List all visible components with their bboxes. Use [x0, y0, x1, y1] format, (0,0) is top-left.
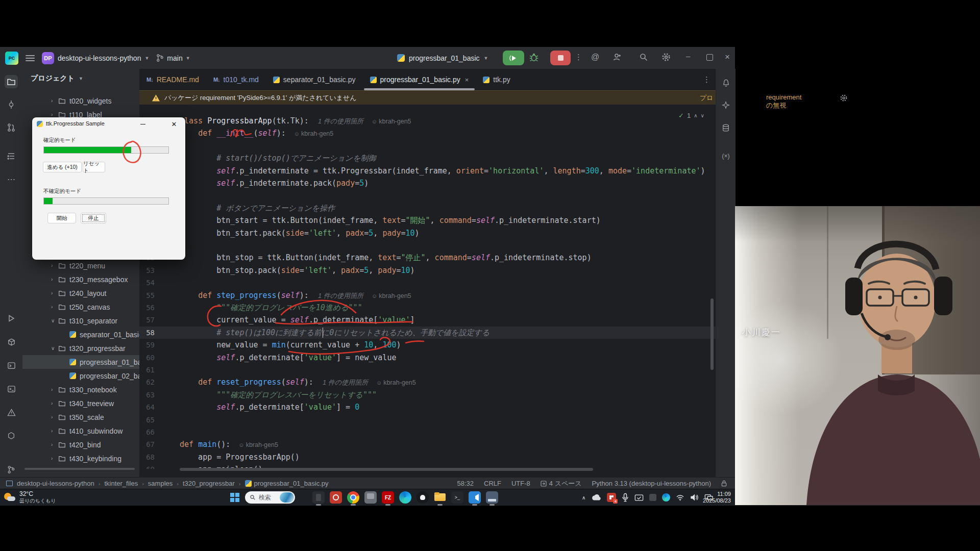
ai-assistant-button[interactable]: [719, 98, 732, 112]
chevron-icon[interactable]: ›: [51, 428, 58, 434]
taskbar-app-recorder[interactable]: [486, 491, 498, 504]
editor-line-60[interactable]: 60 self.p_determinate['value'] = new_val…: [139, 352, 716, 364]
chevron-icon[interactable]: ›: [51, 277, 58, 282]
editor-line-59[interactable]: 59 new_value = min(current_value + 10, 1…: [139, 339, 716, 351]
taskbar-app-phonelink[interactable]: [312, 491, 325, 504]
chevron-icon[interactable]: ›: [51, 112, 58, 117]
inspections-widget[interactable]: ✓ 1 ∧ ∨: [678, 112, 704, 119]
code-with-me-button[interactable]: @: [591, 53, 599, 62]
panel-scrollbar[interactable]: [24, 468, 135, 470]
taskbar-app-explorer[interactable]: [434, 491, 446, 504]
editor-line-42[interactable]: 42 def __init__(self):kbrah-gen5: [139, 127, 716, 139]
tree-item-t250_canvas[interactable]: ›t250_canvas: [22, 300, 139, 314]
taskbar-app-device[interactable]: [364, 491, 377, 504]
taskbar-app-vscode[interactable]: [469, 491, 481, 504]
editor-line-52[interactable]: 52 btn_stop = ttk.Button(indet_frame, te…: [139, 252, 716, 264]
add-user-button[interactable]: [612, 53, 622, 62]
taskbar-app-github[interactable]: [416, 491, 429, 504]
tray-edge-icon[interactable]: [662, 493, 670, 502]
snip-icon[interactable]: [634, 494, 644, 502]
main-menu-button[interactable]: [26, 55, 35, 61]
chevron-icon[interactable]: ›: [51, 456, 58, 461]
editor-line-68[interactable]: 68 app = ProgressbarApp(): [139, 451, 716, 463]
indent-widget[interactable]: 4 スペース: [541, 479, 582, 488]
settings-button[interactable]: [662, 53, 671, 62]
editor-line-51[interactable]: 51: [139, 239, 716, 252]
chevron-icon[interactable]: ›: [51, 263, 58, 268]
chevron-icon[interactable]: ›: [51, 387, 58, 392]
reset-button[interactable]: リセット: [83, 162, 105, 172]
maximize-button[interactable]: [706, 54, 713, 61]
structure-tool-button[interactable]: [5, 149, 18, 163]
taskbar-app-red[interactable]: [330, 491, 342, 504]
tab-progressbar_01_basic.py[interactable]: progressbar_01_basic.py×: [363, 69, 476, 90]
close-icon[interactable]: ×: [465, 76, 469, 84]
gear-icon[interactable]: [840, 94, 848, 102]
tree-item-t230_messagebox[interactable]: ›t230_messagebox: [22, 272, 139, 286]
tab-t010_tk.md[interactable]: M↓t010_tk.md: [206, 69, 266, 90]
encoding[interactable]: UTF-8: [511, 480, 530, 487]
notifications-button[interactable]: [719, 76, 732, 89]
microphone-icon[interactable]: [622, 493, 629, 502]
editor-line-43[interactable]: 43: [139, 140, 716, 152]
chevron-icon[interactable]: ›: [62, 332, 69, 337]
editor-line-66[interactable]: 66: [139, 426, 716, 438]
variables-button[interactable]: (×): [719, 149, 732, 163]
run-tool-button[interactable]: [5, 312, 18, 325]
taskbar-app-edge[interactable]: [399, 491, 411, 504]
editor-line-61[interactable]: 61: [139, 364, 716, 376]
tree-item-t220_menu[interactable]: ›t220_menu: [22, 259, 139, 272]
step-button[interactable]: 進める (+10): [43, 162, 82, 172]
code-editor[interactable]: 41class ProgressbarApp(tk.Tk):1 件の使用箇所kb…: [139, 105, 716, 477]
debug-button[interactable]: [529, 52, 539, 62]
project-panel-header[interactable]: プロジェクト ▼: [31, 74, 83, 83]
editor-line-50[interactable]: 50 btn_start.pack(side='left', padx=5, p…: [139, 227, 716, 239]
start-button[interactable]: 開始: [47, 213, 76, 223]
services-tool-button[interactable]: [5, 429, 18, 442]
start-button[interactable]: [230, 493, 239, 502]
chevron-icon[interactable]: ›: [51, 290, 58, 296]
next-problem-icon[interactable]: ∨: [700, 113, 704, 118]
chevron-icon[interactable]: ∨: [51, 345, 58, 351]
editor-line-54[interactable]: 54: [139, 277, 716, 289]
close-button[interactable]: ×: [725, 52, 730, 62]
chevron-icon[interactable]: ›: [62, 359, 69, 365]
database-button[interactable]: [719, 121, 732, 134]
tk-minimize-button[interactable]: [132, 117, 154, 131]
editor-line-65[interactable]: 65: [139, 414, 716, 426]
editor-line-49[interactable]: 49 btn_start = ttk.Button(indet_frame, t…: [139, 214, 716, 227]
tab-separator_01_basic.py[interactable]: separator_01_basic.py: [266, 69, 363, 90]
editor-line-63[interactable]: 63 """確定的プログレスバーをリセットする""": [139, 389, 716, 401]
search-everywhere-button[interactable]: [639, 53, 648, 62]
lock-icon[interactable]: [721, 480, 727, 487]
tree-item-progressbar_01_basic.py[interactable]: ›progressbar_01_basic.py: [22, 355, 139, 369]
tray-hidden-icon[interactable]: [649, 494, 656, 501]
vcs-branch-widget[interactable]: main ▼: [156, 54, 190, 62]
breadcrumb-item[interactable]: desktop-ui-lessons-python: [17, 480, 94, 487]
tree-item-t240_layout[interactable]: ›t240_layout: [22, 286, 139, 300]
stop-button[interactable]: 停止: [81, 213, 106, 223]
tree-item-t410_subwindow[interactable]: ›t410_subwindow: [22, 424, 139, 438]
editor-line-55[interactable]: 55 def step_progress(self):1 件の使用箇所kbrah…: [139, 289, 716, 302]
wifi-icon[interactable]: [676, 494, 684, 501]
editor-line-67[interactable]: 67def main():kbrah-gen5: [139, 438, 716, 450]
tree-item-t430_keybinding[interactable]: ›t430_keybinding: [22, 452, 139, 465]
tray-expand-icon[interactable]: ∧: [582, 495, 585, 500]
line-ending[interactable]: CRLF: [484, 480, 501, 487]
taskbar-app-chrome[interactable]: [347, 491, 359, 504]
chevron-icon[interactable]: ›: [51, 304, 58, 310]
tree-item-t310_separator[interactable]: ∨t310_separator: [22, 314, 139, 328]
tree-item-separator_01_basic.py[interactable]: ›separator_01_basic.py: [22, 328, 139, 341]
chevron-icon[interactable]: ∨: [51, 318, 58, 323]
project-tool-button[interactable]: [5, 75, 18, 88]
editor-line-45[interactable]: 45 self.p_indeterminate = ttk.Progressba…: [139, 165, 716, 177]
python-interpreter[interactable]: Python 3.13 (desktop-ui-lessons-python): [592, 480, 711, 487]
chevron-icon[interactable]: ›: [51, 414, 58, 420]
editor-horizontal-scrollbar[interactable]: [180, 468, 593, 471]
editor-vertical-scrollbar[interactable]: [710, 298, 714, 370]
tree-item-t330_notebook[interactable]: ›t330_notebook: [22, 383, 139, 396]
editor-line-47[interactable]: 47: [139, 189, 716, 202]
project-widget[interactable]: DP desktop-ui-lessons-python ▼: [42, 52, 149, 64]
tree-item-t020_widgets[interactable]: ›t020_widgets: [22, 94, 139, 108]
tray-app-icon[interactable]: 4: [607, 493, 616, 502]
